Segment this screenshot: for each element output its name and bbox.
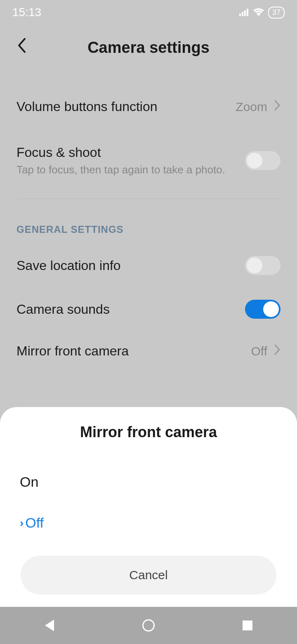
cancel-button[interactable]: Cancel <box>21 556 276 594</box>
save-location-toggle[interactable] <box>245 256 280 275</box>
focus-shoot-label: Focus & shoot <box>16 145 245 160</box>
nav-back-button[interactable] <box>42 618 57 632</box>
dialog-option-off[interactable]: › Off <box>0 502 297 543</box>
page-title: Camera settings <box>16 39 280 57</box>
svg-rect-3 <box>247 9 248 16</box>
svg-rect-0 <box>239 14 241 16</box>
svg-rect-1 <box>242 12 243 16</box>
row-volume-buttons[interactable]: Volume buttons function Zoom <box>0 87 297 127</box>
row-mirror-front[interactable]: Mirror front camera Off <box>0 331 297 371</box>
mirror-front-label: Mirror front camera <box>16 343 251 359</box>
section-header-general: GENERAL SETTINGS <box>0 207 297 244</box>
camera-sounds-label: Camera sounds <box>16 302 245 317</box>
volume-buttons-value: Zoom <box>236 100 267 114</box>
status-right: 37 <box>239 6 285 19</box>
divider <box>16 199 280 199</box>
nav-home-button[interactable] <box>141 618 156 632</box>
row-save-location[interactable]: Save location info <box>0 244 297 287</box>
navigation-bar <box>0 607 297 644</box>
svg-rect-2 <box>244 10 246 16</box>
dialog-option-on[interactable]: On <box>0 462 297 502</box>
status-bar: 15:13 37 <box>0 0 297 25</box>
back-button[interactable] <box>16 37 26 58</box>
save-location-label: Save location info <box>16 258 245 273</box>
focus-shoot-sublabel: Tap to focus, then tap again to take a p… <box>16 163 245 176</box>
focus-shoot-toggle[interactable] <box>245 151 280 170</box>
row-focus-shoot[interactable]: Focus & shoot Tap to focus, then tap aga… <box>0 135 297 190</box>
mirror-front-value: Off <box>251 344 267 358</box>
camera-sounds-toggle[interactable] <box>245 300 280 319</box>
volume-buttons-label: Volume buttons function <box>16 99 236 114</box>
wifi-icon <box>253 6 264 19</box>
header: Camera settings <box>0 25 297 70</box>
status-time: 15:13 <box>12 6 41 19</box>
chevron-right-icon: › <box>20 516 24 530</box>
chevron-right-icon <box>274 99 280 114</box>
dialog-title: Mirror front camera <box>0 424 297 441</box>
signal-icon <box>239 6 249 19</box>
row-camera-sounds[interactable]: Camera sounds <box>0 287 297 331</box>
nav-recent-button[interactable] <box>240 618 255 632</box>
battery-icon: 37 <box>268 7 285 19</box>
chevron-right-icon <box>274 343 280 359</box>
settings-list: Volume buttons function Zoom Focus & sho… <box>0 87 297 371</box>
mirror-front-dialog: Mirror front camera On › Off Cancel Tech… <box>0 407 297 607</box>
